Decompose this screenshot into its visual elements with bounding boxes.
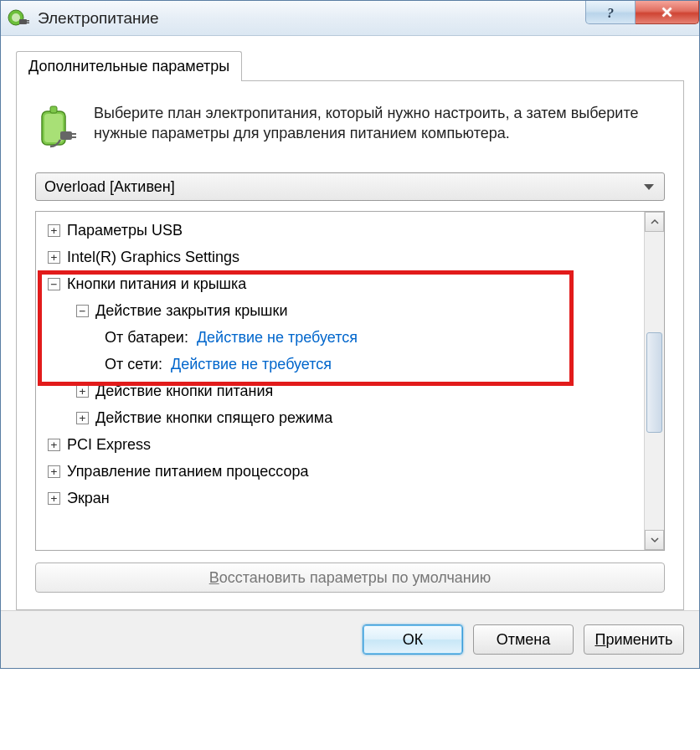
chevron-down-icon bbox=[651, 536, 659, 544]
svg-rect-3 bbox=[27, 20, 29, 22]
intro-section: Выберите план электропитания, который ну… bbox=[35, 103, 665, 154]
collapse-icon[interactable]: − bbox=[76, 305, 89, 317]
tree-item-lid-action[interactable]: − Действие закрытия крышки bbox=[39, 297, 641, 324]
power-plan-value: Overload [Активен] bbox=[44, 178, 175, 196]
tree-item-pci[interactable]: + PCI Express bbox=[39, 431, 641, 458]
tree-label: Экран bbox=[67, 490, 110, 507]
button-bar: ОК Отмена Применить bbox=[1, 610, 699, 668]
power-plan-select[interactable]: Overload [Активен] bbox=[35, 172, 665, 201]
apply-button[interactable]: Применить bbox=[584, 624, 684, 655]
expand-icon[interactable]: + bbox=[48, 465, 60, 478]
tree-item-sleep-button[interactable]: + Действие кнопки спящего режима bbox=[39, 404, 641, 431]
expand-icon[interactable]: + bbox=[48, 251, 60, 264]
tree-label: Действие кнопки спящего режима bbox=[95, 409, 332, 427]
tree-item-usb[interactable]: + Параметры USB bbox=[39, 217, 641, 244]
setting-label: От сети: bbox=[105, 356, 162, 373]
tree-item-power-lid[interactable]: − Кнопки питания и крышка bbox=[39, 270, 641, 297]
tree-item-screen[interactable]: + Экран bbox=[39, 485, 641, 511]
tab-advanced[interactable]: Дополнительные параметры bbox=[16, 51, 242, 81]
cancel-button[interactable]: Отмена bbox=[473, 624, 574, 655]
scroll-up-button[interactable] bbox=[645, 212, 664, 232]
expand-icon[interactable]: + bbox=[76, 412, 89, 424]
tree-label: Действие кнопки питания bbox=[95, 383, 273, 400]
tree-item-lid-battery[interactable]: От батареи: Действие не требуется bbox=[39, 324, 641, 351]
expand-icon[interactable]: + bbox=[76, 385, 89, 398]
tree-label: Intel(R) Graphics Settings bbox=[67, 249, 239, 266]
tab-panel: Выберите план электропитания, который ну… bbox=[16, 80, 684, 610]
intro-text: Выберите план электропитания, который ну… bbox=[94, 103, 665, 154]
svg-point-1 bbox=[12, 13, 20, 22]
scrollbar[interactable] bbox=[644, 212, 664, 550]
chevron-up-icon bbox=[651, 218, 659, 226]
setting-value-link[interactable]: Действие не требуется bbox=[171, 356, 332, 373]
expand-icon[interactable]: + bbox=[48, 224, 60, 237]
tree-label: Кнопки питания и крышка bbox=[67, 275, 246, 293]
tree-item-lid-plugged[interactable]: От сети: Действие не требуется bbox=[39, 351, 641, 378]
svg-rect-4 bbox=[27, 22, 29, 23]
close-button[interactable]: ✕ bbox=[636, 1, 699, 24]
expand-icon[interactable]: + bbox=[48, 439, 60, 451]
setting-label: От батареи: bbox=[105, 329, 188, 347]
settings-tree: + Параметры USB + Intel(R) Graphics Sett… bbox=[35, 211, 665, 551]
tree-item-graphics[interactable]: + Intel(R) Graphics Settings bbox=[39, 244, 641, 270]
tree-content: + Параметры USB + Intel(R) Graphics Sett… bbox=[36, 212, 644, 550]
titlebar: Электропитание ? ✕ bbox=[1, 1, 699, 36]
svg-rect-8 bbox=[50, 106, 57, 113]
help-button[interactable]: ? bbox=[585, 1, 636, 24]
dialog-body: Дополнительные параметры Выберите план э… bbox=[1, 36, 699, 610]
close-icon: ✕ bbox=[661, 3, 673, 22]
tab-strip: Дополнительные параметры bbox=[16, 51, 684, 81]
svg-rect-2 bbox=[19, 19, 27, 24]
svg-rect-7 bbox=[44, 114, 63, 142]
tree-label: PCI Express bbox=[67, 436, 151, 454]
window-title: Электропитание bbox=[38, 9, 585, 28]
scroll-track[interactable] bbox=[645, 232, 664, 530]
battery-icon bbox=[35, 103, 79, 154]
setting-value-link[interactable]: Действие не требуется bbox=[197, 329, 358, 347]
tree-label: Управление питанием процессора bbox=[67, 463, 308, 480]
tree-label: Параметры USB bbox=[67, 222, 183, 239]
scroll-thumb[interactable] bbox=[646, 332, 662, 433]
expand-icon[interactable]: + bbox=[48, 492, 60, 505]
power-plug-icon bbox=[8, 8, 29, 29]
tree-label: Действие закрытия крышки bbox=[95, 302, 287, 320]
svg-rect-11 bbox=[72, 136, 76, 138]
power-options-window: Электропитание ? ✕ Дополнительные параме… bbox=[0, 0, 700, 669]
tree-item-power-button[interactable]: + Действие кнопки питания bbox=[39, 378, 641, 404]
svg-text:?: ? bbox=[607, 6, 614, 20]
collapse-icon[interactable]: − bbox=[48, 278, 60, 290]
tree-item-cpu[interactable]: + Управление питанием процессора bbox=[39, 458, 641, 485]
scroll-down-button[interactable] bbox=[645, 530, 664, 550]
window-controls: ? ✕ bbox=[585, 1, 699, 35]
svg-rect-10 bbox=[72, 133, 76, 135]
restore-defaults-button[interactable]: Восстановить параметры по умолчанию bbox=[35, 562, 665, 593]
ok-button[interactable]: ОК bbox=[363, 624, 463, 655]
svg-rect-9 bbox=[60, 131, 72, 140]
